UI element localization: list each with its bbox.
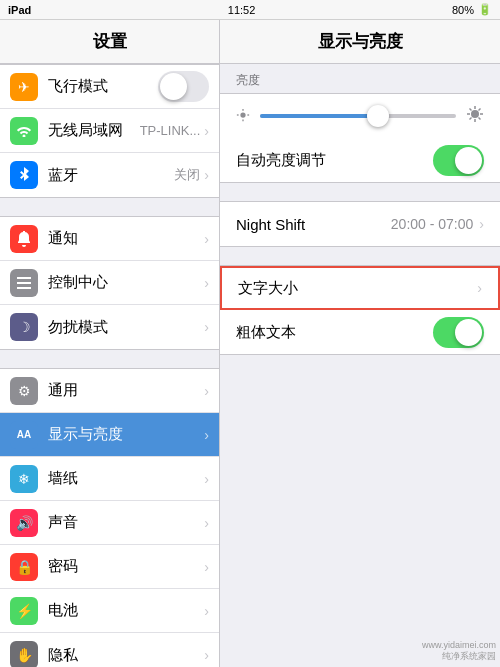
wifi-icon — [10, 117, 38, 145]
sidebar-item-wifi-label: 无线局域网 — [48, 121, 140, 140]
auto-brightness-label: 自动亮度调节 — [236, 151, 433, 170]
chevron-right-icon: › — [204, 123, 209, 139]
sidebar-title: 设置 — [93, 30, 127, 53]
donotdisturb-icon: ☽ — [10, 313, 38, 341]
chevron-right-icon: › — [204, 471, 209, 487]
sidebar-item-notification[interactable]: 通知 › — [0, 217, 219, 261]
svg-rect-0 — [17, 277, 31, 279]
night-shift-value: 20:00 - 07:00 — [391, 216, 474, 232]
status-carrier: iPad — [8, 4, 31, 16]
main-layout: 设置 ✈ 飞行模式 无线局域网 TP-LINK... › — [0, 20, 500, 667]
brightness-high-icon — [466, 105, 484, 128]
sidebar-item-display-label: 显示与亮度 — [48, 425, 204, 444]
sidebar-item-sounds[interactable]: 🔊 声音 › — [0, 501, 219, 545]
sidebar-item-wallpaper[interactable]: ❄ 墙纸 › — [0, 457, 219, 501]
svg-line-14 — [479, 117, 481, 119]
battery-icon: ⚡ — [10, 597, 38, 625]
chevron-right-icon: › — [204, 603, 209, 619]
bold-text-toggle[interactable] — [433, 317, 484, 348]
toggle-thumb — [455, 147, 482, 174]
sidebar-group-system1: 通知 › 控制中心 › ☽ 勿扰模式 › — [0, 216, 219, 350]
airplane-toggle[interactable] — [158, 71, 209, 102]
passcode-icon: 🔒 — [10, 553, 38, 581]
sidebar-item-wifi-value: TP-LINK... — [140, 123, 201, 138]
sidebar-item-passcode[interactable]: 🔒 密码 › — [0, 545, 219, 589]
chevron-right-icon: › — [204, 275, 209, 291]
general-icon: ⚙ — [10, 377, 38, 405]
chevron-right-icon: › — [204, 427, 209, 443]
text-group: 文字大小 › 粗体文本 — [220, 265, 500, 355]
bold-text-label: 粗体文本 — [236, 323, 433, 342]
brightness-low-icon — [236, 108, 250, 125]
svg-line-13 — [470, 108, 472, 110]
control-center-icon — [10, 269, 38, 297]
chevron-right-icon: › — [204, 647, 209, 663]
sidebar-item-control-label: 控制中心 — [48, 273, 204, 292]
sidebar-item-privacy[interactable]: ✋ 隐私 › — [0, 633, 219, 667]
sidebar-item-general[interactable]: ⚙ 通用 › — [0, 369, 219, 413]
content-header: 显示与亮度 — [220, 20, 500, 64]
content-title: 显示与亮度 — [318, 30, 403, 53]
chevron-right-icon: › — [204, 231, 209, 247]
night-shift-row[interactable]: Night Shift 20:00 - 07:00 › — [220, 202, 500, 246]
chevron-right-icon: › — [479, 216, 484, 232]
chevron-right-icon: › — [477, 280, 482, 296]
sidebar: 设置 ✈ 飞行模式 无线局域网 TP-LINK... › — [0, 20, 220, 667]
display-icon: AA — [10, 421, 38, 449]
sidebar-item-notification-label: 通知 — [48, 229, 204, 248]
status-battery: 80% 🔋 — [452, 3, 492, 16]
sidebar-item-general-label: 通用 — [48, 381, 204, 400]
privacy-icon: ✋ — [10, 641, 38, 667]
sidebar-group-system2-items: ⚙ 通用 › AA 显示与亮度 › ❄ 墙纸 › 🔊 声音 › — [0, 368, 219, 667]
bluetooth-icon — [10, 161, 38, 189]
svg-point-3 — [240, 112, 245, 117]
battery-percent: 80% — [452, 4, 474, 16]
chevron-right-icon: › — [204, 167, 209, 183]
bold-text-row[interactable]: 粗体文本 — [220, 310, 500, 354]
sidebar-item-bluetooth-label: 蓝牙 — [48, 166, 174, 185]
sidebar-item-display[interactable]: AA 显示与亮度 › — [0, 413, 219, 457]
auto-brightness-toggle[interactable] — [433, 145, 484, 176]
watermark-line2: 纯净系统家园 — [422, 650, 496, 663]
brightness-thumb[interactable] — [367, 105, 389, 127]
text-section: 文字大小 › 粗体文本 — [220, 265, 500, 355]
svg-point-8 — [471, 110, 479, 118]
sidebar-item-battery[interactable]: ⚡ 电池 › — [0, 589, 219, 633]
sidebar-item-airplane[interactable]: ✈ 飞行模式 — [0, 65, 219, 109]
auto-brightness-row[interactable]: 自动亮度调节 — [220, 138, 500, 182]
text-size-row[interactable]: 文字大小 › — [220, 266, 500, 310]
svg-rect-1 — [17, 282, 31, 284]
sidebar-header: 设置 — [0, 20, 219, 64]
night-shift-label: Night Shift — [236, 216, 391, 233]
svg-line-15 — [479, 108, 481, 110]
battery-icon: 🔋 — [478, 3, 492, 16]
sidebar-item-wifi[interactable]: 无线局域网 TP-LINK... › — [0, 109, 219, 153]
sidebar-group-system2: ⚙ 通用 › AA 显示与亮度 › ❄ 墙纸 › 🔊 声音 › — [0, 368, 219, 667]
sidebar-item-battery-label: 电池 — [48, 601, 204, 620]
text-size-label: 文字大小 — [238, 279, 477, 298]
notification-icon — [10, 225, 38, 253]
sidebar-group-system1-items: 通知 › 控制中心 › ☽ 勿扰模式 › — [0, 216, 219, 350]
wallpaper-icon: ❄ — [10, 465, 38, 493]
watermark-line1: www.yidaimei.com — [422, 640, 496, 650]
sidebar-item-passcode-label: 密码 — [48, 557, 204, 576]
sidebar-item-airplane-label: 飞行模式 — [48, 77, 158, 96]
brightness-slider[interactable] — [260, 114, 456, 118]
night-shift-group: Night Shift 20:00 - 07:00 › — [220, 201, 500, 247]
sidebar-item-donotdisturb[interactable]: ☽ 勿扰模式 › — [0, 305, 219, 349]
brightness-section: 亮度 — [220, 64, 500, 183]
svg-line-16 — [470, 117, 472, 119]
brightness-group: 自动亮度调节 — [220, 93, 500, 183]
chevron-right-icon: › — [204, 383, 209, 399]
content-area: 显示与亮度 亮度 — [220, 20, 500, 667]
sidebar-item-wallpaper-label: 墙纸 — [48, 469, 204, 488]
sidebar-item-bluetooth[interactable]: 蓝牙 关闭 › — [0, 153, 219, 197]
svg-rect-2 — [17, 287, 31, 289]
status-time: 11:52 — [228, 4, 256, 16]
sidebar-item-bluetooth-value: 关闭 — [174, 166, 200, 184]
sidebar-item-sounds-label: 声音 — [48, 513, 204, 532]
night-shift-section: Night Shift 20:00 - 07:00 › — [220, 201, 500, 247]
chevron-right-icon: › — [204, 559, 209, 575]
sounds-icon: 🔊 — [10, 509, 38, 537]
sidebar-item-control[interactable]: 控制中心 › — [0, 261, 219, 305]
